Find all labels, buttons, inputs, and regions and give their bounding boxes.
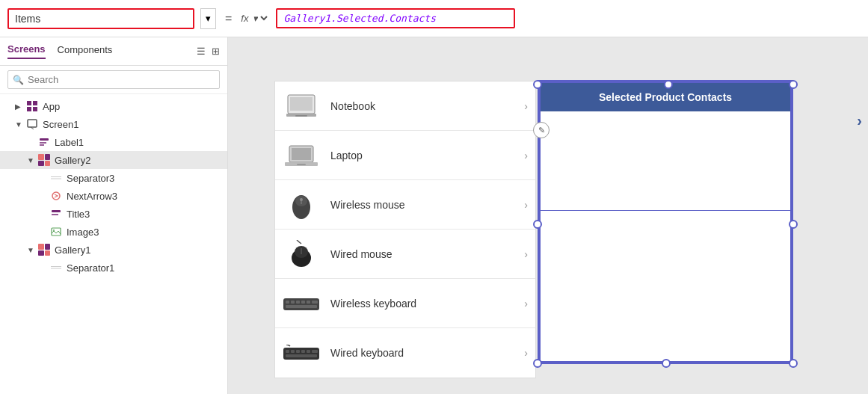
- sidebar-item-nextarrow3[interactable]: ▶ NextArrow3: [0, 187, 227, 205]
- tab-screens[interactable]: Screens: [7, 43, 46, 59]
- svg-rect-1: [33, 101, 37, 105]
- list-view-icon[interactable]: ☰: [197, 46, 206, 57]
- title-icon: [49, 207, 63, 221]
- item-name: Wired mouse: [330, 248, 524, 260]
- svg-rect-37: [301, 301, 305, 304]
- item-name: Wireless keyboard: [330, 298, 524, 310]
- list-item[interactable]: Wired keyboard ›: [275, 328, 535, 378]
- items-input[interactable]: [7, 8, 194, 29]
- search-input[interactable]: [7, 70, 220, 89]
- sidebar-item-separator3[interactable]: ▶ Separator3: [0, 169, 227, 187]
- sidebar-item-screen1[interactable]: ▼ Screen1: [0, 115, 227, 133]
- gallery1-divider: [541, 210, 790, 211]
- formula-input[interactable]: [276, 8, 515, 28]
- laptop-image: [283, 139, 320, 172]
- list-item[interactable]: Wireless mouse ›: [275, 180, 535, 230]
- app-icon: [25, 99, 39, 113]
- item-name: Laptop: [330, 150, 524, 161]
- next-arrow-icon: ›: [524, 248, 528, 260]
- chevron-icon: ▶: [15, 102, 25, 111]
- sidebar-tabs: Screens Components ☰ ⊞: [0, 37, 227, 66]
- svg-rect-43: [291, 350, 295, 353]
- sidebar-item-label1[interactable]: ▶ Label1: [0, 133, 227, 151]
- tab-icons: ☰ ⊞: [197, 46, 220, 57]
- svg-rect-45: [301, 350, 305, 353]
- sidebar-item-gallery1[interactable]: ▼ Gallery1: [0, 241, 227, 259]
- gallery2-widget[interactable]: Notebook › Laptop ›: [274, 81, 536, 378]
- chevron-icon: ▼: [27, 246, 37, 254]
- image-icon: [49, 225, 63, 238]
- notebook-image: [283, 90, 320, 123]
- handle-bottom-center[interactable]: [662, 359, 671, 368]
- svg-rect-25: [297, 164, 306, 165]
- sidebar-item-label: Separator3: [67, 173, 114, 184]
- edit-icon[interactable]: ✎: [533, 122, 550, 138]
- items-dropdown[interactable]: ▾: [200, 8, 216, 29]
- svg-rect-38: [307, 301, 310, 304]
- gallery1-widget[interactable]: Selected Product Contacts: [538, 81, 792, 363]
- grid-view-icon[interactable]: ⊞: [212, 46, 220, 57]
- sidebar-item-image3[interactable]: ▶ Image3: [0, 223, 227, 241]
- svg-rect-0: [27, 101, 31, 105]
- list-item[interactable]: Wired mouse ›: [275, 230, 535, 279]
- list-item[interactable]: Wireless keyboard ›: [275, 279, 535, 328]
- top-bar: ▾ = fx ▾: [0, 0, 868, 37]
- handle-middle-left[interactable]: [533, 220, 542, 229]
- sidebar-item-label: Screen1: [43, 119, 79, 130]
- list-item[interactable]: Notebook ›: [275, 81, 535, 131]
- svg-rect-42: [286, 350, 289, 353]
- gallery1-next-arrow[interactable]: ›: [857, 112, 862, 129]
- gallery-icon: [37, 153, 51, 167]
- nextarrow-icon: [49, 189, 63, 203]
- svg-rect-40: [286, 305, 317, 308]
- sidebar-item-label: Gallery1: [55, 244, 90, 256]
- svg-rect-21: [295, 115, 307, 117]
- svg-point-29: [300, 198, 303, 201]
- sidebar-item-app[interactable]: ▶ App: [0, 97, 227, 115]
- svg-point-15: [53, 230, 55, 231]
- separator-icon: [49, 261, 63, 274]
- chevron-icon: ▼: [27, 156, 37, 164]
- equals-sign: =: [222, 12, 235, 25]
- sidebar-item-label: App: [43, 101, 60, 112]
- svg-rect-16: [51, 266, 61, 267]
- fx-dropdown[interactable]: ▾: [250, 12, 270, 25]
- tab-components[interactable]: Components: [58, 44, 113, 58]
- svg-rect-4: [28, 120, 37, 127]
- next-arrow-icon: ›: [524, 347, 528, 359]
- svg-rect-46: [307, 350, 310, 353]
- svg-rect-35: [291, 301, 295, 304]
- next-arrow-icon: ›: [524, 100, 528, 112]
- item-name: Notebook: [330, 100, 524, 112]
- gallery-icon: [37, 243, 51, 256]
- sidebar-item-label: NextArrow3: [67, 191, 117, 202]
- wireless-keyboard-image: [283, 287, 320, 320]
- svg-rect-41: [283, 348, 319, 360]
- sidebar-item-gallery2[interactable]: ▼ Gallery2: [0, 151, 227, 169]
- svg-rect-19: [290, 97, 313, 111]
- handle-bottom-right[interactable]: [789, 359, 798, 368]
- svg-rect-39: [312, 301, 318, 304]
- svg-rect-47: [312, 350, 318, 353]
- sidebar-item-title3[interactable]: ▶ Title3: [0, 205, 227, 223]
- label-icon: [37, 135, 51, 149]
- handle-top-left[interactable]: [533, 80, 542, 89]
- handle-middle-right[interactable]: [789, 220, 798, 229]
- svg-rect-23: [292, 148, 311, 160]
- handle-top-center[interactable]: [664, 80, 673, 89]
- next-arrow-icon: ›: [524, 150, 528, 161]
- sidebar-item-separator1[interactable]: ▶ Separator1: [0, 259, 227, 277]
- screen-icon: [25, 117, 39, 131]
- svg-rect-12: [52, 210, 61, 212]
- svg-rect-48: [286, 354, 317, 357]
- list-item[interactable]: Laptop ›: [275, 131, 535, 180]
- chevron-icon: ▼: [15, 120, 25, 129]
- search-icon: 🔍: [13, 75, 24, 85]
- svg-rect-33: [283, 298, 319, 310]
- svg-rect-6: [40, 138, 49, 141]
- handle-top-right[interactable]: [789, 80, 798, 89]
- sidebar-tree: ▶ App ▼ Screen1 ▶ Label1: [0, 94, 227, 394]
- handle-bottom-left[interactable]: [533, 359, 542, 368]
- wireless-mouse-image: [283, 188, 320, 221]
- svg-rect-44: [296, 350, 300, 353]
